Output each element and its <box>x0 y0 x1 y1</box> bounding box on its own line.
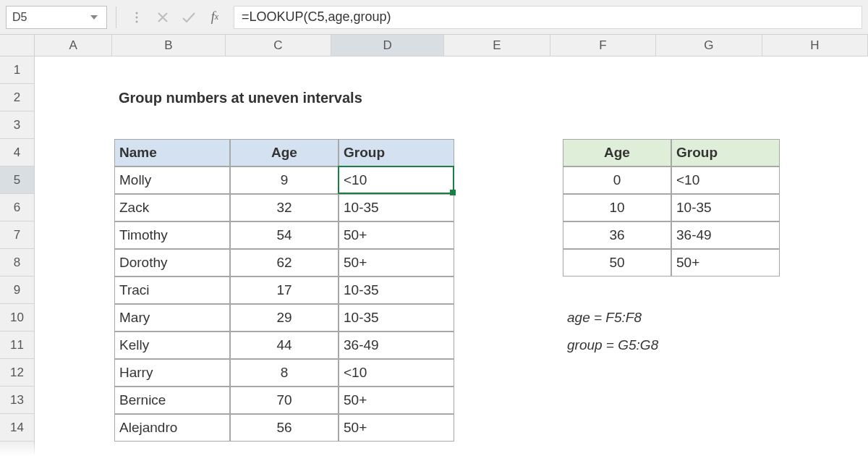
row-header[interactable]: 14 <box>0 414 34 442</box>
table-cell-age[interactable]: 44 <box>230 332 339 359</box>
table-cell-age[interactable]: 62 <box>230 249 339 276</box>
column-header[interactable]: G <box>656 35 762 56</box>
table-header[interactable]: Group <box>339 139 454 166</box>
column-header[interactable]: H <box>762 35 868 56</box>
named-range-note: age = F5:F8 <box>563 304 868 332</box>
page-title: Group numbers at uneven intervals <box>114 84 563 111</box>
table-cell-group[interactable]: <10 <box>339 359 454 387</box>
table-header[interactable]: Age <box>230 139 339 166</box>
table-cell-name[interactable]: Harry <box>114 359 230 387</box>
table-cell-name[interactable]: Zack <box>114 194 230 221</box>
column-header[interactable]: A <box>35 35 112 56</box>
separator <box>116 7 116 28</box>
lookup-cell-age[interactable]: 50 <box>563 249 671 276</box>
lookup-cell-age[interactable]: 10 <box>563 194 671 221</box>
table-cell-name[interactable]: Mary <box>114 304 230 332</box>
table-cell-age[interactable]: 54 <box>230 221 339 249</box>
table-cell-name[interactable]: Bernice <box>114 387 230 414</box>
fx-icon[interactable]: fx <box>205 7 225 28</box>
row-header[interactable]: 7 <box>0 221 34 249</box>
table-cell-name[interactable]: Dorothy <box>114 249 230 276</box>
formula-input[interactable]: =LOOKUP(C5,age,group) <box>234 6 862 29</box>
lookup-cell-age[interactable]: 0 <box>563 166 671 194</box>
table-cell-age[interactable]: 29 <box>230 304 339 332</box>
table-cell-age[interactable]: 17 <box>230 276 339 304</box>
select-all-corner[interactable] <box>0 35 35 56</box>
table-cell-name[interactable]: Kelly <box>114 332 230 359</box>
row-header[interactable]: 9 <box>0 276 34 304</box>
cells-area[interactable]: Group numbers at uneven intervalsNameAge… <box>35 56 868 456</box>
table-cell-age[interactable]: 32 <box>230 194 339 221</box>
svg-point-2 <box>136 20 138 22</box>
row-header[interactable]: 11 <box>0 332 34 359</box>
column-header[interactable]: E <box>444 35 550 56</box>
table-cell-group[interactable]: 36-49 <box>339 332 454 359</box>
row-header[interactable]: 6 <box>0 194 34 221</box>
table-cell-age[interactable]: 70 <box>230 387 339 414</box>
row-header[interactable]: 8 <box>0 249 34 276</box>
table-cell-group[interactable]: 10-35 <box>339 304 454 332</box>
table-cell-group[interactable]: 50+ <box>339 249 454 276</box>
table-header[interactable]: Name <box>114 139 230 166</box>
row-header[interactable]: 1 <box>0 56 34 84</box>
spreadsheet-grid[interactable]: ABCDEFGH 1234567891011121314 Group numbe… <box>0 35 868 456</box>
table-cell-age[interactable]: 9 <box>230 166 339 194</box>
lookup-cell-group[interactable]: 36-49 <box>671 221 780 249</box>
table-cell-name[interactable]: Traci <box>114 276 230 304</box>
table-cell-group[interactable]: 10-35 <box>339 194 454 221</box>
row-header[interactable]: 10 <box>0 304 34 332</box>
row-headers: 1234567891011121314 <box>0 56 35 456</box>
table-cell-group[interactable]: 50+ <box>339 221 454 249</box>
table-cell-name[interactable]: Alejandro <box>114 414 230 442</box>
table-cell-group[interactable]: 50+ <box>339 414 454 442</box>
formula-text: =LOOKUP(C5,age,group) <box>242 9 391 25</box>
svg-point-1 <box>136 16 138 18</box>
enter-icon[interactable] <box>179 7 199 28</box>
table-cell-age[interactable]: 8 <box>230 359 339 387</box>
lookup-cell-age[interactable]: 36 <box>563 221 671 249</box>
expand-icon[interactable] <box>127 7 147 28</box>
dropdown-icon[interactable] <box>88 15 101 20</box>
row-header[interactable]: 2 <box>0 84 34 111</box>
named-range-note: group = G5:G8 <box>563 332 868 359</box>
row-header[interactable]: 3 <box>0 111 34 139</box>
table-cell-name[interactable]: Molly <box>114 166 230 194</box>
name-box[interactable]: D5 <box>6 6 107 29</box>
lookup-cell-group[interactable]: 10-35 <box>671 194 780 221</box>
lookup-header[interactable]: Group <box>671 139 780 166</box>
column-headers: ABCDEFGH <box>35 35 868 56</box>
formula-bar: D5 fx =LOOKUP(C5,age,group) <box>0 0 868 35</box>
svg-point-0 <box>136 12 138 14</box>
row-header[interactable]: 5 <box>0 166 34 194</box>
table-cell-group[interactable]: 10-35 <box>339 276 454 304</box>
table-cell-age[interactable]: 56 <box>230 414 339 442</box>
column-header[interactable]: C <box>226 35 331 56</box>
lookup-cell-group[interactable]: 50+ <box>671 249 780 276</box>
row-header[interactable]: 13 <box>0 387 34 414</box>
row-header[interactable]: 12 <box>0 359 34 387</box>
row-header[interactable]: 4 <box>0 139 34 166</box>
table-cell-group[interactable]: <10 <box>339 166 454 194</box>
name-box-value: D5 <box>12 11 27 24</box>
lookup-header[interactable]: Age <box>563 139 671 166</box>
lookup-cell-group[interactable]: <10 <box>671 166 780 194</box>
column-header[interactable]: F <box>550 35 656 56</box>
column-header[interactable]: B <box>112 35 225 56</box>
column-header[interactable]: D <box>331 35 444 56</box>
cancel-icon[interactable] <box>153 7 173 28</box>
table-cell-group[interactable]: 50+ <box>339 387 454 414</box>
table-cell-name[interactable]: Timothy <box>114 221 230 249</box>
